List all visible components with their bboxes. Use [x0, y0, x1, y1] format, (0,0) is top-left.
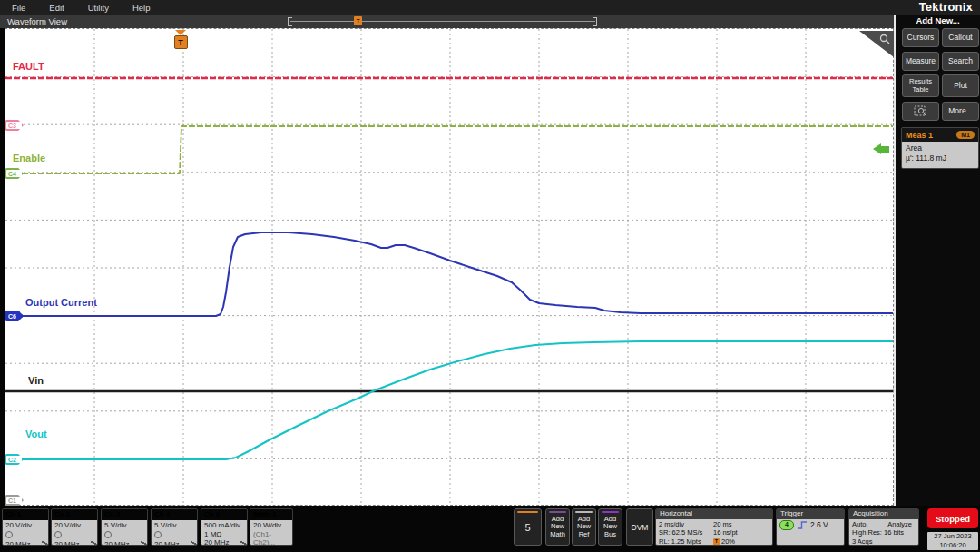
plot-button[interactable]: Plot [942, 74, 979, 97]
probe-icon [154, 531, 162, 538]
channel-badge-ch3[interactable]: Ch 3 5 V/div 20 MHz [101, 508, 148, 546]
zoom-select-button[interactable] [902, 102, 939, 121]
ch6-impedance: 1 MΩ [204, 530, 244, 539]
trigger-level-arrow-tail [881, 146, 889, 153]
probe-icon [54, 531, 62, 538]
horizontal-overview-bar[interactable] [290, 21, 595, 22]
channel-badge-ch2[interactable]: Ch 2 20 V/div 20 MHz [51, 508, 98, 546]
trigger-title: Trigger [777, 509, 844, 519]
callout-button[interactable]: Callout [942, 28, 979, 47]
waveform-view-tab[interactable]: Waveform View T [0, 15, 894, 28]
bandwidth-steps-icon [142, 542, 144, 544]
ch3-bandwidth: 20 MHz [104, 540, 144, 546]
count-accent-bar [517, 511, 538, 513]
channel-badge-ch6[interactable]: Ch 6 500 mA/div 1 MΩ 20 MHz [201, 508, 248, 546]
acquisition-mode: Auto, [852, 520, 868, 528]
resolution: 16 ns/pt [713, 528, 738, 537]
search-button[interactable]: Search [942, 52, 979, 71]
trigger-position-flag[interactable]: T [174, 30, 187, 49]
acquisition-analyze[interactable]: Analyze [887, 520, 912, 528]
results-table-button[interactable]: Results Table [902, 74, 939, 97]
rising-edge-icon [797, 520, 808, 530]
trigger-panel[interactable]: Trigger 4 2.6 V [776, 508, 845, 546]
zoom-select-icon [914, 105, 927, 117]
trigger-level-arrow-icon[interactable] [873, 143, 889, 154]
acquisition-panel[interactable]: Acquisition Auto, Analyze High Res: 16 b… [848, 508, 919, 546]
acquisition-title: Acquisition [849, 509, 918, 519]
trigger-flag-t-icon: T [174, 35, 188, 49]
menu-utility[interactable]: Utility [76, 3, 121, 13]
channel-badge-ch1[interactable]: Ch 1 20 V/div 20 MHz [2, 508, 49, 546]
tektronix-logo: Tektronix [919, 0, 973, 14]
ch6-scale: 500 mA/div [204, 521, 244, 530]
meas1-value: µ': 111.8 mJ [906, 153, 975, 163]
record-length: RL: 1.25 Mpts [659, 537, 713, 546]
add-new-bus-label: Add New Bus [599, 516, 622, 539]
meas1-title: Meas 1 [906, 131, 933, 140]
meas1-body: Area µ': 111.8 mJ [902, 142, 978, 168]
cursors-button[interactable]: Cursors [902, 28, 939, 47]
meas1-badge[interactable]: Meas 1 M1 Area µ': 111.8 mJ [901, 127, 979, 169]
ch3-body: 5 V/div 20 MHz [102, 520, 147, 546]
ch3-scale: 5 V/div [104, 521, 144, 530]
ch4-body: 5 V/div 20 MHz [152, 520, 197, 546]
enable-trace [5, 126, 893, 173]
acquisition-count: 3 Acqs [852, 537, 916, 546]
time-label: 10:06:20 [927, 541, 978, 550]
measure-button[interactable]: Measure [902, 52, 939, 71]
magnifier-icon [878, 34, 891, 46]
ch4-scale: 5 V/div [154, 521, 194, 530]
trigger-body: 4 2.6 V [777, 519, 844, 546]
waveform-display: FAULT Enable Output Current Vin Vout T C… [5, 28, 894, 506]
math1-name: Math 1 [250, 509, 292, 520]
add-new-math-label: Add New Math [546, 516, 569, 539]
probe-icon [5, 531, 13, 538]
bandwidth-steps-icon [93, 542, 94, 544]
waveform-count-button[interactable]: 5 [514, 508, 542, 546]
trigger-source-pill: 4 [779, 520, 794, 530]
bandwidth-steps-icon [192, 542, 194, 544]
more-button[interactable]: More... [942, 102, 979, 121]
trigger-level: 2.6 V [810, 520, 828, 530]
acquisition-body: Auto, Analyze High Res: 16 bits 3 Acqs [849, 519, 918, 546]
horizontal-body: 2 ms/div20 ms SR: 62.5 MS/s16 ns/pt RL: … [656, 519, 772, 546]
meas1-header: Meas 1 M1 [902, 128, 978, 142]
ch4-name: Ch 4 [152, 509, 197, 520]
run-stop-button[interactable]: Stopped [927, 508, 978, 528]
output-current-trace [5, 232, 893, 316]
horizontal-panel[interactable]: Horizontal 2 ms/div20 ms SR: 62.5 MS/s16… [655, 508, 773, 546]
math1-body: 20 W/div (Ch1-Ch2)... [250, 520, 292, 546]
overview-left-bracket [288, 17, 292, 26]
menu-file[interactable]: File [0, 3, 37, 13]
trigger-level-arrow-head [873, 143, 881, 154]
bandwidth-steps-icon [44, 542, 45, 544]
probe-icon [104, 531, 112, 538]
ref-accent-bar [575, 511, 593, 513]
waveform-plot [5, 29, 893, 505]
ch3-name: Ch 3 [102, 509, 147, 520]
bus-accent-bar [602, 511, 619, 513]
overview-trigger-pin-icon[interactable]: T [354, 16, 362, 25]
math-accent-bar [549, 511, 566, 513]
menu-help[interactable]: Help [121, 3, 162, 13]
output-current-label: Output Current [25, 297, 97, 308]
dvm-button[interactable]: DVM [626, 508, 653, 546]
oscilloscope-app: File Edit Utility Help Tektronix Wavefor… [0, 0, 980, 552]
ch6-bandwidth: 20 MHz [204, 538, 244, 546]
meas1-name: Area [906, 143, 975, 153]
horizontal-scale: 2 ms/div [659, 520, 713, 528]
vout-label: Vout [25, 429, 47, 439]
ch4-bandwidth: 20 MHz [154, 540, 194, 546]
ch2-body: 20 V/div 20 MHz [52, 520, 97, 546]
add-new-bus-button[interactable]: Add New Bus [598, 508, 622, 546]
channel-badge-ch4[interactable]: Ch 4 5 V/div 20 MHz [151, 508, 198, 546]
ch6-body: 500 mA/div 1 MΩ 20 MHz [201, 520, 247, 546]
math1-source: (Ch1-Ch2)... [253, 530, 289, 546]
datetime-display: 27 Jun 2023 10:06:20 [927, 532, 978, 550]
add-new-ref-button[interactable]: Add New Ref [572, 508, 596, 546]
math1-badge[interactable]: Math 1 20 W/div (Ch1-Ch2)... [250, 508, 293, 546]
menu-edit[interactable]: Edit [37, 3, 75, 13]
right-sidebar: Add New... Cursors Callout Measure Searc… [894, 15, 980, 506]
add-new-math-button[interactable]: Add New Math [545, 508, 570, 546]
overview-right-bracket [593, 17, 597, 26]
